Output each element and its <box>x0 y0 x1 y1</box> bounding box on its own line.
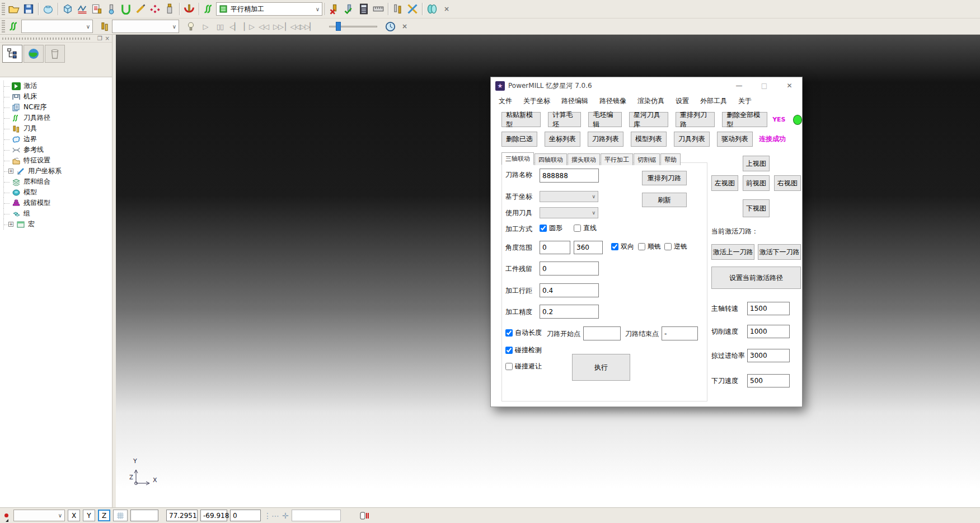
end-point-input[interactable] <box>662 326 698 340</box>
stock-model-icon[interactable] <box>425 2 439 16</box>
toolpath-list-button[interactable]: 刀路列表 <box>588 132 623 147</box>
collision-check-checkbox[interactable]: 碰撞检测 <box>505 345 542 355</box>
fast-forward-icon[interactable]: ▷▷ <box>271 19 285 34</box>
activate-prev-button[interactable]: 激活上一刀路 <box>711 244 754 260</box>
go-start-icon[interactable]: ▏◁◁ <box>285 19 300 34</box>
start-point-input[interactable] <box>583 326 621 340</box>
menu-about[interactable]: 关于 <box>733 96 757 106</box>
points-icon[interactable] <box>148 2 162 16</box>
cube-icon[interactable] <box>60 2 75 16</box>
calculator-icon[interactable] <box>357 2 371 16</box>
climb-checkbox[interactable]: 顺铣 <box>638 242 661 251</box>
plunge-speed-input[interactable] <box>747 374 790 387</box>
toolpath-invalid-icon[interactable] <box>327 2 342 16</box>
tab-4axis[interactable]: 四轴联动 <box>534 153 567 165</box>
calc-block-button[interactable]: 计算毛坯 <box>548 112 581 127</box>
coord-list-button[interactable]: 坐标列表 <box>545 132 580 147</box>
menu-path-mirror[interactable]: 路径镜像 <box>594 96 632 106</box>
delete-all-models-button[interactable]: 删除全部模型 <box>722 112 767 127</box>
cutting-speed-input[interactable] <box>747 325 790 338</box>
skim-feed-input[interactable] <box>747 349 790 362</box>
go-end-icon[interactable]: ▷▷▏ <box>300 19 315 34</box>
play-icon[interactable]: ▷ <box>198 19 213 34</box>
toolbar-drag-handle[interactable] <box>2 20 5 32</box>
menu-settings[interactable]: 设置 <box>670 96 695 106</box>
delete-selected-button[interactable]: 删除已选 <box>501 132 537 147</box>
toolpath-combobox[interactable]: ∨ <box>21 20 93 33</box>
view-front-button[interactable]: 前视图 <box>743 175 770 191</box>
line-checkbox[interactable]: 直线 <box>574 223 597 233</box>
drilling-icon[interactable] <box>182 2 196 16</box>
statusbar-empty-field[interactable] <box>130 510 158 521</box>
menu-file[interactable]: 文件 <box>493 96 518 106</box>
toolpath-icon[interactable] <box>201 2 216 16</box>
axis-y-button[interactable]: Y <box>83 510 95 521</box>
tolerance-input[interactable] <box>540 305 599 319</box>
clock-icon[interactable] <box>383 19 397 34</box>
panel-grip[interactable]: ❐ × <box>0 35 112 43</box>
cylinder-tool-icon[interactable] <box>162 2 177 16</box>
clipping-icon[interactable] <box>405 2 420 16</box>
tool-library-button[interactable]: 星河刀具库 <box>629 112 668 127</box>
tab-3axis[interactable]: 三轴联动 <box>501 152 534 165</box>
block-icon[interactable] <box>41 2 55 16</box>
refresh-button[interactable]: 刷新 <box>642 193 687 207</box>
step-back-icon[interactable]: ◁▏ <box>227 19 242 34</box>
view-left-button[interactable]: 左视图 <box>711 175 738 191</box>
toolpath-name-input[interactable] <box>540 169 599 183</box>
lightbulb-icon[interactable] <box>184 19 198 34</box>
angle-to-input[interactable] <box>574 241 603 254</box>
tree-item-patterns[interactable]: 参考线 <box>3 144 112 155</box>
tree-item-macros[interactable]: +宏 <box>3 219 112 230</box>
record-indicator-icon[interactable] <box>4 513 8 517</box>
activate-next-button[interactable]: 激活下一刀路 <box>758 244 801 260</box>
tool-axis-icon[interactable] <box>133 2 148 16</box>
menu-external-tools[interactable]: 外部工具 <box>695 96 733 106</box>
tool-pair-icon[interactable] <box>391 2 405 16</box>
strategy-combobox[interactable]: 平行精加工 ∨ <box>216 2 322 16</box>
execute-button[interactable]: 执行 <box>572 354 630 381</box>
tree-item-nc-program[interactable]: NC程序 <box>3 102 112 113</box>
use-tool-combobox[interactable]: ∨ <box>540 207 598 218</box>
statusbar-combobox[interactable]: ∨ <box>13 510 65 521</box>
tab-saw[interactable]: 切割锯 <box>634 153 660 165</box>
collision-avoid-checkbox[interactable]: 碰撞避让 <box>505 362 542 371</box>
tab-globe-view[interactable] <box>24 45 44 63</box>
tree-item-groups[interactable]: 组 <box>3 208 112 219</box>
feed-rate-icon[interactable] <box>75 2 90 16</box>
tab-parallel[interactable]: 平行加工 <box>601 153 633 165</box>
maximize-icon[interactable]: □ <box>752 77 777 94</box>
tree-item-workplanes[interactable]: +用户坐标系 <box>3 166 112 176</box>
simulation-speed-slider[interactable] <box>329 21 377 31</box>
tab-head-tilt[interactable]: 摆头联动 <box>568 153 600 165</box>
tool-list-button[interactable]: 刀具列表 <box>674 132 710 147</box>
close-icon[interactable]: ✕ <box>777 77 802 94</box>
block-edit-button[interactable]: 毛坯编辑 <box>588 112 621 127</box>
toolbar-drag-handle[interactable] <box>2 3 5 15</box>
view-right-button[interactable]: 右视图 <box>774 175 801 191</box>
strategy-icon[interactable] <box>90 2 104 16</box>
stepover-input[interactable] <box>540 283 599 297</box>
model-list-button[interactable]: 模型列表 <box>631 132 667 147</box>
tree-item-boundaries[interactable]: 边界 <box>3 134 112 144</box>
tab-help[interactable]: 帮助 <box>660 153 681 165</box>
base-coord-combobox[interactable]: ∨ <box>540 191 598 202</box>
panel-float-icon[interactable]: ❐ <box>97 35 102 41</box>
axis-x-button[interactable]: X <box>68 510 80 521</box>
axis-z-button[interactable]: Z <box>98 510 110 521</box>
measure-icon[interactable] <box>371 2 386 16</box>
open-project-icon[interactable] <box>7 2 21 16</box>
tool-combobox[interactable]: ∨ <box>112 20 179 33</box>
dialog-titlebar[interactable]: ★ PowerMILL 忆梦星河 7.0.6 — □ ✕ <box>491 77 802 94</box>
minimize-icon[interactable]: — <box>726 77 752 94</box>
tree-item-levels[interactable]: 层和组合 <box>3 176 112 187</box>
rewind-icon[interactable]: ◁◁ <box>256 19 271 34</box>
step-forward-icon[interactable]: ▏▷ <box>242 19 256 34</box>
slider-thumb[interactable] <box>336 22 341 31</box>
rearrange-toolpaths-button[interactable]: 重排列刀路 <box>676 112 715 127</box>
paste-new-model-button[interactable]: 粘贴新模型 <box>501 112 541 127</box>
menu-render-sim[interactable]: 渲染仿真 <box>632 96 670 106</box>
graphics-viewport[interactable]: Y X Z ★ PowerMILL 忆梦星河 7.0.6 — □ ✕ 文件 关于… <box>116 35 980 507</box>
save-project-icon[interactable] <box>21 2 36 16</box>
toolbar-close-icon[interactable]: × <box>439 2 454 16</box>
